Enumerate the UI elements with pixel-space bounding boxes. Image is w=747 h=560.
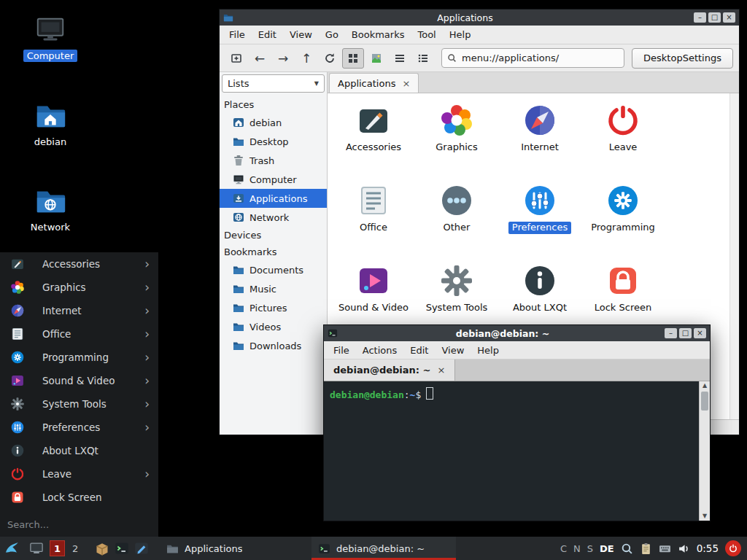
sidebar-item-computer[interactable]: Computer: [220, 170, 327, 189]
workspace-1-button[interactable]: 1: [50, 540, 65, 556]
sidebar-item-trash[interactable]: Trash: [220, 151, 327, 170]
show-desktop-button[interactable]: [26, 539, 46, 559]
close-button[interactable]: ×: [723, 12, 735, 23]
desktop-icon-computer[interactable]: Computer: [18, 13, 82, 62]
start-menu-item-graphics[interactable]: Graphics ›: [0, 276, 158, 299]
app-other[interactable]: Other: [415, 183, 498, 263]
screenshot-tray-button[interactable]: [621, 542, 633, 555]
app-internet[interactable]: Internet: [498, 103, 581, 183]
app-programming[interactable]: Programming: [581, 183, 665, 263]
menu-bookmarks[interactable]: Bookmarks: [345, 29, 411, 40]
start-menu-item-preferences[interactable]: Preferences ›: [0, 416, 158, 439]
maximize-button[interactable]: □: [679, 328, 692, 338]
keyboard-layout-indicator[interactable]: DE: [600, 543, 614, 554]
start-menu-item-lock-screen[interactable]: Lock Screen: [0, 486, 158, 509]
scroll-up-icon[interactable]: ▲: [703, 381, 707, 390]
new-tab-button[interactable]: [225, 48, 247, 69]
app-graphics[interactable]: Graphics: [415, 103, 498, 183]
menu-actions[interactable]: Actions: [356, 345, 404, 356]
sidebar-item-downloads[interactable]: Downloads: [220, 336, 327, 355]
minimize-button[interactable]: –: [694, 12, 706, 23]
terminal-body[interactable]: debian@debian:~$ ▲ ▼: [324, 381, 710, 521]
start-menu-item-accessories[interactable]: Accessories ›: [0, 252, 158, 276]
tab-close-icon[interactable]: ×: [437, 365, 445, 376]
menu-help[interactable]: Help: [471, 345, 506, 356]
quicklaunch-editor-button[interactable]: [131, 539, 151, 559]
sidebar-item-network[interactable]: Network: [220, 208, 327, 227]
sidebar-mode-dropdown[interactable]: Lists ▼: [222, 74, 325, 93]
up-button[interactable]: ↑: [295, 48, 317, 69]
desktop-icon-debian[interactable]: debian: [18, 99, 82, 148]
sidebar-item-desktop[interactable]: Desktop: [220, 132, 327, 151]
start-menu-button[interactable]: [1, 539, 21, 559]
tab-applications[interactable]: Applications ×: [329, 73, 419, 93]
detailed-view-button[interactable]: [412, 48, 434, 69]
menu-view[interactable]: View: [435, 345, 471, 356]
task-applications[interactable]: Applications: [160, 537, 304, 560]
fm-window-title: Applications: [236, 12, 694, 23]
start-menu-item-about-lxqt[interactable]: About LXQt: [0, 439, 158, 462]
sidebar-item-debian[interactable]: debian: [220, 113, 327, 132]
start-menu-item-programming[interactable]: Programming ›: [0, 346, 158, 369]
sidebar-item-pictures[interactable]: Pictures: [220, 298, 327, 317]
menu-help[interactable]: Help: [443, 29, 478, 40]
sidebar-item-applications[interactable]: Applications: [220, 189, 327, 208]
start-menu-item-sound-video[interactable]: Sound & Video ›: [0, 369, 158, 392]
terminal-scrollbar[interactable]: ▲ ▼: [699, 381, 710, 521]
terminal-titlebar[interactable]: debian@debian: ~ – □ ×: [324, 325, 710, 341]
folder-icon: [233, 136, 244, 147]
desktop-settings-button[interactable]: DesktopSettings: [632, 48, 733, 69]
fm-titlebar[interactable]: Applications – □ ×: [220, 9, 739, 26]
magnifier-icon: [621, 542, 633, 555]
scrollbar-thumb[interactable]: [701, 392, 708, 411]
menu-edit[interactable]: Edit: [403, 345, 435, 356]
sidebar-item-music[interactable]: Music: [220, 279, 327, 298]
internet-icon: [10, 303, 25, 318]
start-menu-item-internet[interactable]: Internet ›: [0, 299, 158, 322]
vertical-scrollbar[interactable]: [729, 93, 739, 419]
start-menu-item-office[interactable]: Office ›: [0, 322, 158, 346]
terminal-tab[interactable]: debian@debian: ~ ×: [324, 359, 455, 381]
tab-close-icon[interactable]: ×: [402, 78, 410, 89]
folder-icon: [223, 12, 233, 23]
sidebar-item-documents[interactable]: Documents: [220, 260, 327, 279]
app-accessories[interactable]: Accessories: [332, 103, 415, 183]
menu-edit[interactable]: Edit: [252, 29, 283, 40]
app-office[interactable]: Office: [332, 183, 415, 263]
menu-tool[interactable]: Tool: [411, 29, 442, 40]
close-button[interactable]: ×: [694, 328, 706, 338]
menu-go[interactable]: Go: [319, 29, 345, 40]
app-preferences[interactable]: Preferences: [498, 183, 581, 263]
workspace-2-button[interactable]: 2: [66, 540, 84, 556]
back-button[interactable]: ←: [249, 48, 271, 69]
task-terminal[interactable]: debian@debian: ~: [311, 537, 456, 560]
compact-view-button[interactable]: [389, 48, 411, 69]
start-menu-search-input[interactable]: [6, 516, 152, 532]
menu-file[interactable]: File: [222, 29, 252, 40]
scroll-down-icon[interactable]: ▼: [703, 512, 707, 521]
menu-file[interactable]: File: [327, 345, 356, 356]
address-bar[interactable]: menu://applications/: [441, 48, 624, 68]
clock[interactable]: 0:55: [697, 542, 719, 554]
forward-button[interactable]: →: [272, 48, 294, 69]
power-button[interactable]: [725, 540, 741, 556]
scroll-lock-indicator: S: [587, 543, 593, 554]
sidebar-item-videos[interactable]: Videos: [220, 317, 327, 336]
icon-view-button[interactable]: [342, 48, 364, 69]
thumbnail-view-button[interactable]: [365, 48, 387, 69]
refresh-button[interactable]: [319, 48, 341, 69]
minimize-button[interactable]: –: [665, 328, 677, 338]
fm-menubar: File Edit View Go Bookmarks Tool Help: [220, 26, 739, 44]
start-menu-item-system-tools[interactable]: System Tools ›: [0, 392, 158, 416]
desktop-icon-network[interactable]: Network: [18, 184, 82, 233]
volume-button[interactable]: [678, 542, 690, 555]
quicklaunch-software-button[interactable]: [92, 539, 112, 559]
app-leave[interactable]: Leave: [581, 103, 665, 183]
clipboard-tray-button[interactable]: [640, 542, 652, 555]
quicklaunch-terminal-button[interactable]: [112, 539, 131, 559]
maximize-button[interactable]: □: [708, 12, 721, 23]
start-menu-item-leave[interactable]: Leave ›: [0, 462, 158, 486]
chevron-down-icon: ▼: [314, 80, 319, 87]
keyboard-tray-button[interactable]: [659, 542, 671, 555]
menu-view[interactable]: View: [283, 29, 319, 40]
